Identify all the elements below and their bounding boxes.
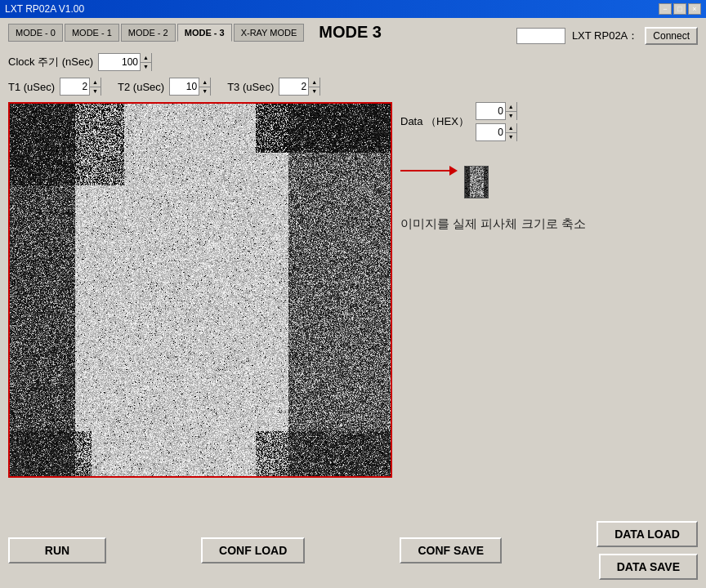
connection-label: LXT RP02A： xyxy=(572,29,638,43)
t2-group: T2 (uSec) ▲ ▼ xyxy=(118,78,211,96)
t3-up[interactable]: ▲ xyxy=(309,78,319,87)
clock-arrows: ▲ ▼ xyxy=(140,53,151,71)
minimize-button[interactable]: − xyxy=(659,3,672,15)
t2-down[interactable]: ▼ xyxy=(199,87,210,96)
hex2-arrows: ▲ ▼ xyxy=(505,123,516,141)
arrow-area xyxy=(400,166,458,176)
t2-label: T2 (uSec) xyxy=(118,81,164,93)
header-row: MODE - 0 MODE - 1 MODE - 2 MODE - 3 X-RA… xyxy=(8,23,698,48)
t1-arrows: ▲ ▼ xyxy=(89,78,101,96)
hex2-down[interactable]: ▼ xyxy=(506,133,516,142)
arrow-head xyxy=(449,166,458,176)
t3-spinbox[interactable]: ▲ ▼ xyxy=(279,78,320,96)
clock-label: Clock 주기 (nSec) xyxy=(8,55,93,69)
hex1-arrows: ▲ ▼ xyxy=(505,102,516,120)
title-bar: LXT RP02A V1.00 − □ × xyxy=(0,0,706,18)
t2-input[interactable] xyxy=(170,81,199,92)
t1-up[interactable]: ▲ xyxy=(90,78,101,87)
clock-input[interactable] xyxy=(99,56,140,68)
annotation-text: 이미지를 실제 피사체 크기로 축소 xyxy=(400,216,586,230)
clock-up[interactable]: ▲ xyxy=(141,53,151,63)
image-panel: 0.0 xyxy=(8,102,392,478)
t2-up[interactable]: ▲ xyxy=(199,78,210,87)
t2-spinbox[interactable]: ▲ ▼ xyxy=(169,78,211,96)
tab-mode1[interactable]: MODE - 1 xyxy=(65,24,119,42)
hex-inputs: ▲ ▼ ▲ ▼ xyxy=(476,102,517,141)
main-content: MODE - 0 MODE - 1 MODE - 2 MODE - 3 X-RA… xyxy=(0,18,706,483)
t1-input[interactable] xyxy=(60,81,89,92)
data-save-button[interactable]: DATA SAVE xyxy=(599,554,698,580)
close-button[interactable]: × xyxy=(688,3,701,15)
conf-save-button[interactable]: CONF SAVE xyxy=(400,537,502,564)
tab-xray[interactable]: X-RAY MODE xyxy=(234,24,305,42)
tab-mode2[interactable]: MODE - 2 xyxy=(121,24,176,42)
mode-tabs: MODE - 0 MODE - 1 MODE - 2 MODE - 3 X-RA… xyxy=(8,23,382,42)
window-controls: − □ × xyxy=(659,3,701,15)
t3-label: T3 (uSec) xyxy=(227,81,274,93)
run-button[interactable]: RUN xyxy=(8,537,106,564)
t1-group: T1 (uSec) ▲ ▼ xyxy=(8,78,101,96)
main-area: 0.0 Data （HEX） ▲ ▼ xyxy=(8,102,698,478)
clock-group: Clock 주기 (nSec) ▲ ▼ xyxy=(8,53,152,71)
tab-mode3[interactable]: MODE - 3 xyxy=(177,24,232,42)
params-row-1: Clock 주기 (nSec) ▲ ▼ xyxy=(8,53,698,71)
hex1-input[interactable] xyxy=(476,105,505,117)
window-title: LXT RP02A V1.00 xyxy=(5,3,84,15)
clock-spinbox[interactable]: ▲ ▼ xyxy=(98,53,152,71)
clock-down[interactable]: ▼ xyxy=(141,63,151,72)
connection-section: LXT RP02A： Connect xyxy=(516,27,698,45)
t1-spinbox[interactable]: ▲ ▼ xyxy=(60,78,101,96)
params-row-2: T1 (uSec) ▲ ▼ T2 (uSec) ▲ ▼ T3 (uSec) xyxy=(8,78,698,96)
arrow-line xyxy=(400,170,449,172)
t3-down[interactable]: ▼ xyxy=(309,87,319,96)
hex2-up[interactable]: ▲ xyxy=(506,123,516,133)
right-panel: Data （HEX） ▲ ▼ ▲ ▼ xyxy=(400,102,698,478)
connection-display xyxy=(516,28,565,44)
hex2-spinbox[interactable]: ▲ ▼ xyxy=(476,123,517,141)
bottom-right: DATA LOAD DATA SAVE xyxy=(597,521,698,580)
t3-group: T3 (uSec) ▲ ▼ xyxy=(227,78,320,96)
hex1-up[interactable]: ▲ xyxy=(506,102,516,112)
conf-load-button[interactable]: CONF LOAD xyxy=(201,537,305,564)
maximize-button[interactable]: □ xyxy=(673,3,686,15)
annotation-area xyxy=(400,166,698,198)
active-mode-title: MODE 3 xyxy=(319,23,382,42)
hex1-down[interactable]: ▼ xyxy=(506,112,516,121)
t3-input[interactable] xyxy=(279,81,308,92)
hex2-input[interactable] xyxy=(476,127,505,138)
connect-button[interactable]: Connect xyxy=(645,27,698,45)
image-label: 0.0 xyxy=(11,467,23,476)
hex1-spinbox[interactable]: ▲ ▼ xyxy=(476,102,517,120)
data-hex-row: Data （HEX） ▲ ▼ ▲ ▼ xyxy=(400,102,698,141)
bottom-buttons: RUN CONF LOAD CONF SAVE DATA LOAD DATA S… xyxy=(0,513,706,588)
tab-mode0[interactable]: MODE - 0 xyxy=(8,24,63,42)
image-canvas xyxy=(10,104,392,478)
data-load-button[interactable]: DATA LOAD xyxy=(597,521,698,547)
data-hex-label: Data （HEX） xyxy=(400,114,469,129)
annotation-thumbnail xyxy=(464,166,489,198)
t1-label: T1 (uSec) xyxy=(8,81,55,93)
t2-arrows: ▲ ▼ xyxy=(199,78,210,96)
t3-arrows: ▲ ▼ xyxy=(308,78,319,96)
t1-down[interactable]: ▼ xyxy=(90,87,101,96)
